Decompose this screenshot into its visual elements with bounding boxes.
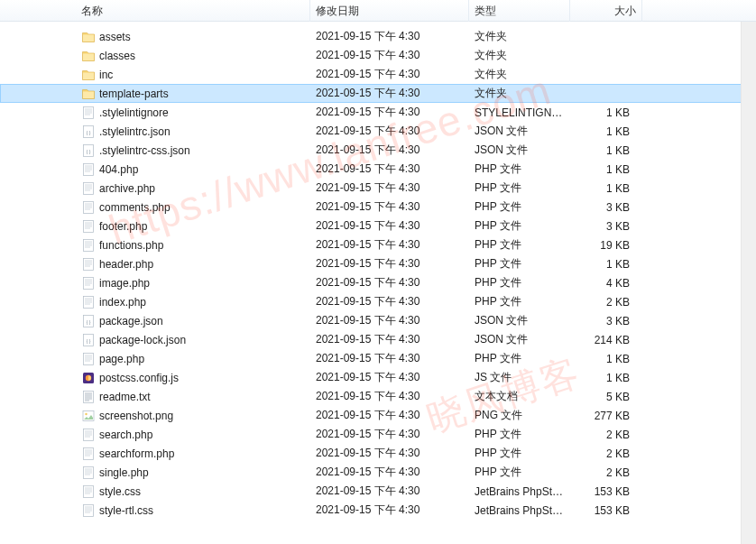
file-modified-cell: 2021-09-15 下午 4:30 [310, 389, 469, 404]
file-name-cell[interactable]: footer.php [76, 219, 310, 234]
file-row[interactable]: package.json2021-09-15 下午 4:30JSON 文件3 K… [0, 311, 756, 330]
file-name-cell[interactable]: comments.php [76, 200, 310, 215]
file-name-cell[interactable]: 404.php [76, 162, 310, 177]
file-name-cell[interactable]: classes [76, 49, 310, 63]
file-row[interactable]: archive.php2021-09-15 下午 4:30PHP 文件1 KB [0, 179, 756, 198]
file-name-cell[interactable]: index.php [76, 295, 310, 309]
file-name-cell[interactable]: readme.txt [76, 390, 310, 404]
file-size-cell: 2 KB [570, 296, 642, 309]
file-name-cell[interactable]: template-parts [76, 87, 310, 101]
php-icon [81, 295, 96, 309]
file-modified-cell: 2021-09-15 下午 4:30 [310, 199, 469, 215]
file-row[interactable]: .stylelintrc-css.json2021-09-15 下午 4:30J… [0, 141, 756, 160]
file-name-cell[interactable]: .stylelintrc-css.json [76, 143, 310, 158]
file-row[interactable]: header.php2021-09-15 下午 4:30PHP 文件1 KB [0, 254, 756, 273]
file-size-cell: 1 KB [570, 372, 642, 384]
file-modified-cell: 2021-09-15 下午 4:30 [310, 332, 469, 347]
file-name-cell[interactable]: header.php [76, 257, 310, 272]
file-row[interactable]: image.php2021-09-15 下午 4:30PHP 文件4 KB [0, 273, 756, 292]
file-name-label: image.php [99, 277, 150, 290]
file-name-cell[interactable]: single.php [76, 466, 310, 480]
file-name-cell[interactable]: screenshot.png [76, 409, 310, 423]
file-modified-cell: 2021-09-15 下午 4:30 [310, 294, 469, 309]
file-name-label: .stylelintrc.json [99, 125, 171, 138]
file-row[interactable]: style-rtl.css2021-09-15 下午 4:30JetBrains… [0, 501, 756, 520]
file-name-label: postcss.config.js [99, 372, 179, 384]
file-name-cell[interactable]: page.php [76, 352, 310, 366]
file-modified-cell: 2021-09-15 下午 4:30 [310, 408, 469, 423]
file-row[interactable]: comments.php2021-09-15 下午 4:30PHP 文件3 KB [0, 198, 756, 217]
file-type-cell: JSON 文件 [469, 124, 570, 139]
file-row[interactable]: functions.php2021-09-15 下午 4:30PHP 文件19 … [0, 235, 756, 254]
file-name-cell[interactable]: .stylelintrc.json [76, 124, 310, 139]
file-size-cell: 153 KB [570, 504, 642, 517]
file-name-cell[interactable]: package-lock.json [76, 333, 310, 347]
file-modified-cell: 2021-09-15 下午 4:30 [310, 161, 469, 177]
file-name-label: readme.txt [99, 391, 151, 403]
file-row[interactable]: package-lock.json2021-09-15 下午 4:30JSON … [0, 330, 756, 349]
file-name-cell[interactable]: functions.php [76, 238, 310, 253]
file-type-cell: PHP 文件 [469, 446, 570, 461]
file-size-cell: 2 KB [570, 466, 642, 479]
file-name-cell[interactable]: search.php [76, 428, 310, 442]
file-name-cell[interactable]: inc [76, 68, 310, 82]
json-icon [81, 124, 96, 139]
file-size-cell: 1 KB [570, 353, 642, 365]
file-size-cell: 1 KB [570, 144, 642, 157]
file-name-label: footer.php [99, 220, 147, 233]
file-row[interactable]: classes2021-09-15 下午 4:30文件夹 [0, 46, 756, 65]
file-name-cell[interactable]: style.css [76, 484, 310, 499]
file-size-cell: 1 KB [570, 106, 642, 119]
file-row[interactable]: searchform.php2021-09-15 下午 4:30PHP 文件2 … [0, 444, 756, 463]
file-name-cell[interactable]: assets [76, 30, 310, 44]
php-icon [81, 428, 96, 442]
file-row[interactable]: footer.php2021-09-15 下午 4:30PHP 文件3 KB [0, 217, 756, 235]
column-header-type[interactable]: 类型 [469, 0, 570, 22]
file-size-cell: 4 KB [570, 277, 642, 290]
file-row[interactable]: search.php2021-09-15 下午 4:30PHP 文件2 KB [0, 425, 756, 444]
file-name-cell[interactable]: searchform.php [76, 447, 310, 461]
txt-icon [81, 390, 96, 404]
file-row[interactable]: single.php2021-09-15 下午 4:30PHP 文件2 KB [0, 463, 756, 482]
file-name-label: inc [99, 69, 113, 81]
file-name-cell[interactable]: image.php [76, 276, 310, 290]
file-type-cell: JSON 文件 [469, 143, 570, 158]
file-row[interactable]: assets2021-09-15 下午 4:30文件夹 [0, 27, 756, 46]
file-size-cell: 19 KB [570, 239, 642, 252]
file-name-cell[interactable]: package.json [76, 314, 310, 328]
column-header-size[interactable]: 大小 [570, 0, 642, 22]
file-name-cell[interactable]: archive.php [76, 181, 310, 196]
file-name-cell[interactable]: style-rtl.css [76, 503, 310, 518]
file-size-cell: 277 KB [570, 410, 642, 422]
file-row[interactable]: style.css2021-09-15 下午 4:30JetBrains Php… [0, 482, 756, 501]
png-icon [81, 409, 96, 423]
file-row[interactable]: postcss.config.js2021-09-15 下午 4:30JS 文件… [0, 368, 756, 387]
file-row[interactable]: page.php2021-09-15 下午 4:30PHP 文件1 KB [0, 349, 756, 368]
file-type-cell: PHP 文件 [469, 199, 570, 215]
file-type-cell: 文本文档 [469, 389, 570, 404]
file-row[interactable]: 404.php2021-09-15 下午 4:30PHP 文件1 KB [0, 160, 756, 179]
file-name-label: comments.php [99, 201, 171, 214]
file-type-cell: PHP 文件 [469, 294, 570, 309]
vertical-scrollbar[interactable] [741, 22, 756, 544]
php-icon [81, 466, 96, 480]
column-header-name[interactable]: 名称 [76, 0, 310, 22]
php-icon [81, 276, 96, 290]
file-modified-cell: 2021-09-15 下午 4:30 [310, 105, 469, 120]
file-name-cell[interactable]: .stylelintignore [76, 106, 310, 120]
file-row[interactable]: .stylelintrc.json2021-09-15 下午 4:30JSON … [0, 122, 756, 141]
file-modified-cell: 2021-09-15 下午 4:30 [310, 180, 469, 196]
file-row[interactable]: screenshot.png2021-09-15 下午 4:30PNG 文件27… [0, 406, 756, 425]
file-row[interactable]: index.php2021-09-15 下午 4:30PHP 文件2 KB [0, 292, 756, 311]
file-name-label: style-rtl.css [99, 504, 153, 517]
file-name-label: index.php [99, 296, 146, 309]
file-modified-cell: 2021-09-15 下午 4:30 [310, 218, 469, 234]
file-type-cell: PHP 文件 [469, 351, 570, 366]
file-row[interactable]: .stylelintignore2021-09-15 下午 4:30STYLEL… [0, 103, 756, 122]
file-row[interactable]: inc2021-09-15 下午 4:30文件夹 [0, 65, 756, 84]
file-row[interactable]: template-parts2021-09-15 下午 4:30文件夹 [0, 84, 756, 103]
file-size-cell: 1 KB [570, 125, 642, 138]
column-header-modified[interactable]: 修改日期 [310, 0, 469, 22]
file-name-cell[interactable]: postcss.config.js [76, 371, 310, 385]
file-row[interactable]: readme.txt2021-09-15 下午 4:30文本文档5 KB [0, 387, 756, 406]
